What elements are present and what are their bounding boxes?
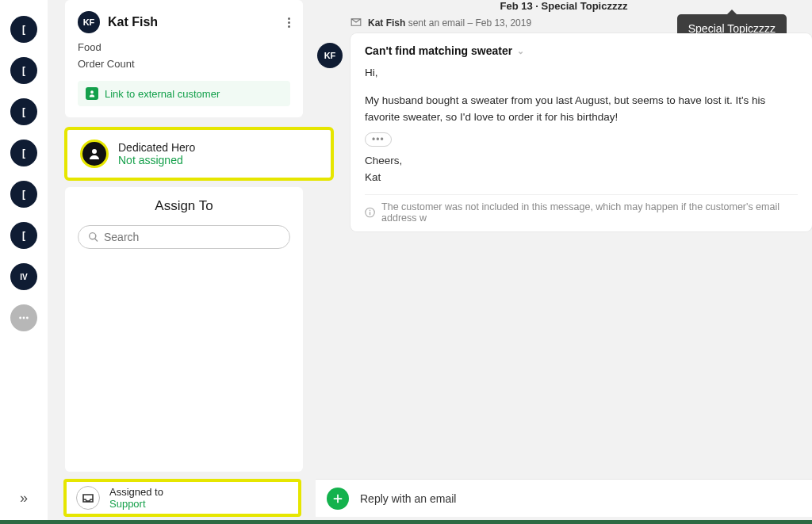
message-body-line: Cheers,	[365, 153, 798, 170]
nav-item[interactable]: [	[10, 16, 37, 43]
message-body-line: Hi,	[365, 65, 798, 82]
external-link-label: Link to external customer	[105, 88, 220, 100]
dedicated-hero-panel[interactable]: Dedicated Hero Not assigned	[64, 127, 334, 181]
customer-card: KF Kat Fish Food Order Count Link to ext…	[65, 0, 303, 117]
avatar: KF	[317, 43, 343, 68]
nav-more-button[interactable]	[10, 304, 37, 331]
customer-name: Kat Fish	[108, 15, 158, 29]
footer-bar: » Assigned to Support Reply with an emai…	[0, 476, 812, 524]
nav-rail: [ [ [ [ [ [ IV	[0, 0, 48, 524]
envelope-icon	[350, 17, 362, 29]
plus-icon	[332, 493, 343, 504]
message-subject[interactable]: Can't find matching sweater ⌄	[365, 44, 798, 57]
assigned-value: Support	[109, 498, 163, 510]
assign-heading: Assign To	[75, 198, 293, 214]
inbox-icon	[76, 486, 100, 510]
sidebar: KF Kat Fish Food Order Count Link to ext…	[65, 0, 303, 472]
message-body-line: My husband bought a sweater from you las…	[365, 93, 769, 126]
nav-item[interactable]: [	[10, 222, 37, 249]
add-reply-button[interactable]	[327, 488, 349, 510]
message-footer-note: The customer was not included in this me…	[365, 194, 798, 224]
message-body-line: Kat	[365, 170, 798, 186]
external-customer-link[interactable]: Link to external customer	[78, 81, 290, 106]
hero-status: Not assigned	[118, 154, 195, 166]
topic-divider: Feb 13 · Special Topiczzzz Special Topic…	[316, 0, 812, 13]
svg-point-1	[23, 317, 25, 319]
more-icon	[10, 304, 37, 331]
nav-item[interactable]: IV	[10, 263, 37, 290]
svg-rect-4	[370, 212, 370, 215]
assign-search-input[interactable]	[104, 231, 280, 243]
nav-item[interactable]: [	[10, 98, 37, 125]
reply-placeholder: Reply with an email	[360, 492, 456, 505]
search-icon	[88, 231, 99, 243]
assign-search[interactable]	[78, 225, 290, 249]
conversation-pane: Feb 13 · Special Topiczzzz Special Topic…	[316, 0, 812, 472]
nav-item[interactable]: [	[10, 181, 37, 208]
svg-point-5	[370, 209, 371, 211]
person-icon	[80, 140, 109, 168]
svg-point-2	[26, 317, 29, 319]
nav-item[interactable]: [	[10, 57, 37, 84]
hero-title: Dedicated Hero	[118, 141, 195, 154]
expand-sidebar-button[interactable]: »	[0, 490, 48, 507]
expand-quoted-button[interactable]: •••	[365, 132, 392, 147]
assign-to-panel: Assign To	[65, 187, 303, 472]
svg-point-0	[19, 317, 21, 319]
user-card-icon	[86, 87, 98, 100]
kebab-menu-button[interactable]	[288, 17, 290, 28]
nav-item[interactable]: [	[10, 140, 37, 166]
reply-bar[interactable]: Reply with an email	[316, 479, 812, 517]
customer-field: Food	[78, 41, 290, 53]
chevron-down-icon: ⌄	[517, 46, 524, 56]
assigned-label: Assigned to	[109, 486, 163, 498]
info-icon	[365, 207, 375, 218]
customer-field: Order Count	[78, 58, 290, 70]
assigned-to-panel[interactable]: Assigned to Support	[63, 479, 301, 517]
avatar: KF	[78, 11, 100, 33]
message-card: KF Can't find matching sweater ⌄ Hi, My …	[350, 33, 812, 231]
